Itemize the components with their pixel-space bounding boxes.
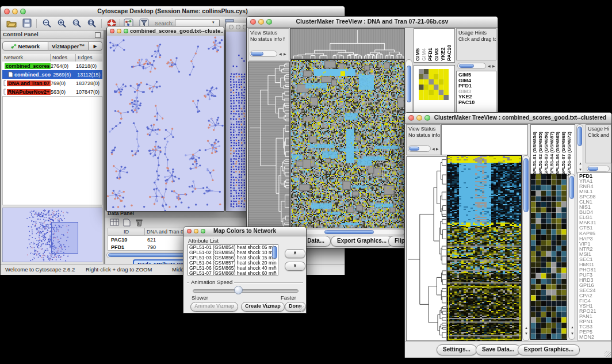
tv2-row-dendrogram[interactable] — [406, 156, 447, 341]
network-row-dna-tran[interactable]: DNA and Tran 07 769(0) 183728(0) — [2, 79, 102, 88]
attribute-list-scroll-thumb[interactable] — [272, 246, 277, 259]
tv2-save-data-button[interactable]: Save Data... — [476, 344, 521, 355]
tv2-expression-heatmap[interactable] — [447, 155, 522, 341]
col-label: GPL51-01 (GSM854) — [532, 126, 537, 175]
document-icon — [3, 89, 6, 95]
tv1-similarity-matrix[interactable] — [290, 59, 405, 228]
control-panel-tabs: Network VizMapper™ ▶ — [2, 41, 102, 51]
zoom-fit-icon[interactable] — [87, 18, 97, 29]
move-up-button[interactable]: ∧ — [285, 249, 305, 258]
control-panel: Control Panel Network VizMapper™ ▶ Netwo… — [1, 30, 104, 264]
zoom-window-icon[interactable] — [20, 9, 26, 14]
network-name: combined_sco — [14, 72, 51, 78]
minimize-icon[interactable] — [236, 25, 240, 29]
network-row-rnapuber[interactable]: RNAPuberNov2+ 563(0) 107847(0) — [2, 87, 102, 97]
close-icon[interactable] — [250, 19, 256, 25]
tv1-view-status: View Status No status info f ◀▶ — [248, 28, 289, 60]
tv2-zoom-heatmap[interactable] — [530, 174, 567, 340]
tv2-column-labels: GPL51-01 (GSM854) GPL51-02 (GSM855) GPL5… — [530, 124, 575, 176]
tv2-heatmap-vscrollbar[interactable]: ▲ ▼ — [522, 155, 530, 341]
network1-canvas[interactable] — [107, 36, 224, 211]
map-colors-dialog: Map Colors to Network Attribute List GPL… — [183, 227, 307, 313]
data-col-id[interactable]: ID — [108, 228, 145, 235]
col-label: GPL51-02 (GSM855) — [538, 126, 543, 175]
tv1-status-hscrollbar[interactable] — [250, 51, 277, 57]
zoom-window-icon[interactable] — [201, 229, 205, 233]
status-welcome: Welcome to Cytoscape 2.6.2 — [5, 265, 75, 275]
tv1-column-dendrogram[interactable] — [290, 28, 405, 59]
tv2-button-bar: Settings... Save Data... Export Graphics… — [405, 342, 611, 358]
treeview1-title-bar[interactable]: ClusterMaker TreeView : DNA and Tran 07-… — [247, 17, 498, 28]
slower-label: Slower — [192, 294, 208, 301]
minimize-icon[interactable] — [258, 19, 264, 25]
birdseye-view[interactable] — [2, 208, 102, 262]
gene-label[interactable]: PAC10 — [458, 100, 496, 106]
tv2-status-hscrollbar[interactable] — [408, 145, 431, 152]
network1-title-bar[interactable]: combined_scores_good.txt--cluste... — [107, 26, 224, 36]
tv1-usage-hints: Usage Hints Click and drag tc — [456, 28, 496, 60]
col-label: GIM3 — [434, 30, 439, 61]
col-label: PFD1 — [427, 30, 433, 61]
tv2-collabel-vscrollbar[interactable]: ▲ ▼ — [576, 124, 583, 176]
col-header-edges[interactable]: Edges — [76, 54, 102, 62]
minimize-icon[interactable] — [117, 29, 121, 33]
document-icon — [3, 80, 6, 86]
tv1-hints-hscrollbar[interactable] — [457, 63, 486, 69]
close-icon[interactable] — [187, 229, 192, 233]
animate-vizmap-button[interactable]: Animate Vizmap — [190, 302, 238, 312]
resize-grip[interactable] — [299, 306, 305, 312]
dialog-title-bar[interactable]: Map Colors to Network — [183, 227, 306, 236]
window-controls — [4, 9, 26, 14]
tv1-matrix-hscrollbar[interactable] — [290, 229, 405, 235]
tv1-export-graphics-button[interactable]: Export Graphics... — [331, 236, 393, 247]
tv2-export-graphics-button[interactable]: Export Graphics... — [518, 344, 580, 355]
tv2-column-dendrogram[interactable] — [441, 124, 528, 155]
close-icon[interactable] — [408, 115, 414, 121]
col-header-network[interactable]: Network — [2, 54, 51, 62]
network-tree-empty-area — [2, 96, 102, 205]
zoom-out-icon[interactable] — [42, 18, 52, 29]
tv1-mini-heatmap[interactable] — [419, 69, 449, 100]
minimize-icon[interactable] — [194, 229, 198, 233]
col-label: GPL51-04 (GSM857) — [549, 126, 554, 175]
tv2-hints-hscrollbar[interactable] — [587, 166, 610, 172]
search-dropdown-icon[interactable]: ▾ — [212, 20, 215, 25]
zoom-window-icon[interactable] — [424, 115, 430, 121]
col-label: GPL51-06 (GSM865) — [555, 126, 560, 175]
zoom-selected-icon[interactable] — [72, 18, 82, 29]
tv1-row-dendrogram[interactable] — [248, 62, 290, 228]
minimize-icon[interactable] — [12, 9, 18, 14]
network-table-header: Network Nodes Edges — [2, 54, 102, 62]
treeview2-title-bar[interactable]: ClusterMaker TreeView : combined_scores_… — [405, 113, 611, 124]
zoom-window-icon[interactable] — [266, 19, 272, 25]
minimize-icon[interactable] — [416, 115, 422, 121]
attribute-listbox[interactable]: GPL51-01 (GSM854) heat shock 05 min GPL5… — [188, 244, 278, 275]
close-icon[interactable] — [110, 29, 114, 33]
animation-slider-track[interactable] — [193, 289, 299, 293]
save-icon[interactable] — [22, 18, 33, 29]
col-header-nodes[interactable]: Nodes — [51, 54, 76, 62]
col-label: GPL51-08 (GSM872) — [567, 126, 572, 175]
network-view-window-1: combined_scores_good.txt--cluste... — [106, 26, 224, 212]
network-row-combined-scores[interactable]: combined_scores 2764(0) 16218(0) — [2, 62, 102, 71]
resize-grip[interactable] — [605, 351, 611, 357]
animation-slider-thumb[interactable] — [234, 286, 243, 294]
tv2-genelist-vscrollbar[interactable]: ▲ ▼ — [568, 174, 575, 340]
network-row-selected[interactable]: combined_sco 2569(6) 13112(15) — [2, 70, 102, 79]
zoom-in-icon[interactable] — [57, 18, 67, 29]
gene-label[interactable]: MON2 — [579, 335, 611, 340]
tv2-usage-hints: Usage Hi Click and — [586, 124, 611, 163]
close-icon[interactable] — [4, 9, 10, 14]
main-window-title: Cytoscape Desktop (Session Name: collins… — [1, 6, 345, 16]
open-file-icon[interactable] — [6, 18, 17, 29]
attribute-item[interactable]: GPL51-07 (GSM868) heat shock 60 min — [188, 271, 278, 275]
tv2-settings-button[interactable]: Settings... — [437, 344, 477, 355]
close-icon[interactable] — [229, 25, 234, 29]
zoom-window-icon[interactable] — [124, 29, 128, 33]
create-vizmap-button[interactable]: Create Vizmap — [241, 302, 285, 312]
tab-network[interactable]: Network — [2, 41, 48, 51]
move-down-button[interactable]: ∨ — [285, 262, 305, 271]
tab-vizmapper[interactable]: VizMapper™ — [48, 41, 89, 51]
tab-overflow-icon[interactable]: ▶ — [89, 41, 102, 51]
float-panel-icon[interactable] — [95, 32, 101, 38]
